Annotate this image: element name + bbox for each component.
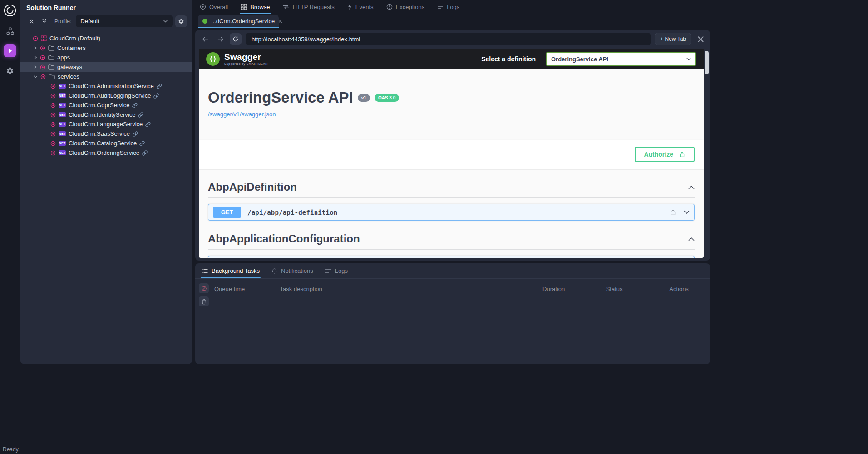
tab-label: Exceptions <box>396 4 425 10</box>
tab-http-requests[interactable]: HTTP Requests <box>283 0 335 14</box>
tab-label: Overall <box>209 4 228 10</box>
dotnet-badge: NET <box>59 131 66 136</box>
tasks-side-toolbar <box>199 283 209 306</box>
bell-icon <box>271 268 277 274</box>
new-tab-button[interactable]: + New Tab <box>655 33 691 45</box>
browser-tab[interactable]: ...dCrm.OrderingService <box>198 15 279 28</box>
tree-item-service[interactable]: NET CloudCrm.LanguageService <box>20 119 192 129</box>
expand-all-icon[interactable] <box>39 16 49 26</box>
spec-link[interactable]: /swagger/v1/swagger.json <box>208 111 276 118</box>
scrollbar-track[interactable] <box>705 50 709 257</box>
link-icon <box>138 112 143 118</box>
profile-select[interactable]: Default <box>76 15 173 27</box>
chevron-right-icon <box>34 46 37 50</box>
link-icon <box>132 103 138 108</box>
status-ring-icon <box>50 131 56 137</box>
tree-item-label: CloudCrm.IdentityService <box>69 111 135 118</box>
swagger-ui: Swagger Supported by SMARTBEAR Select a … <box>199 49 704 258</box>
column-queue-time: Queue time <box>214 286 280 292</box>
column-actions: Actions <box>669 286 710 292</box>
chevron-down-icon <box>163 20 168 23</box>
operation-row[interactable]: GET /api/abp/application-configuration <box>208 256 695 258</box>
swagger-favicon <box>202 19 207 24</box>
definition-select[interactable]: OrderingService API <box>546 52 696 66</box>
settings-icon[interactable] <box>4 64 16 77</box>
tree-item-label: CloudCrm.CatalogService <box>69 140 137 147</box>
status-ring-icon <box>40 74 46 79</box>
solution-tree: CloudCrm (Default) Containers apps gatew… <box>20 31 192 158</box>
tree-item-gateways[interactable]: gateways <box>20 62 192 72</box>
tree-item-apps[interactable]: apps <box>20 53 192 62</box>
tab-notifications[interactable]: Notifications <box>271 263 313 278</box>
status-ring-icon <box>40 55 45 60</box>
dotnet-badge: NET <box>59 150 66 155</box>
operation-row[interactable]: GET /api/abp/api-definition <box>208 204 695 221</box>
browser-tab-title: ...dCrm.OrderingService <box>211 18 275 25</box>
link-icon <box>153 93 159 99</box>
back-icon[interactable] <box>200 34 211 44</box>
lock-icon[interactable] <box>670 209 676 216</box>
solution-runner-panel: Solution Runner Profile: Default <box>20 0 192 364</box>
tab-overall[interactable]: Overall <box>200 0 228 14</box>
chevron-down-icon[interactable] <box>684 210 690 214</box>
url-input[interactable]: http://localhost:44359/swagger/index.htm… <box>246 33 651 45</box>
section-abp-api-definition[interactable]: AbpApiDefinition <box>208 181 695 198</box>
solution-explorer-icon[interactable] <box>4 25 16 37</box>
authorize-button[interactable]: Authorize <box>635 147 695 162</box>
link-icon <box>139 141 145 146</box>
sidebar-toolbar: Profile: Default <box>20 12 192 31</box>
tree-item-label: Containers <box>57 44 86 51</box>
status-ring-icon <box>40 45 45 51</box>
tree-item-service[interactable]: NET CloudCrm.CatalogService <box>20 138 192 148</box>
tree-item-containers[interactable]: Containers <box>20 43 192 53</box>
exceptions-icon <box>386 4 393 10</box>
swagger-topbar: Swagger Supported by SMARTBEAR Select a … <box>199 49 704 69</box>
profile-settings-button[interactable] <box>175 15 187 27</box>
link-icon <box>157 84 162 89</box>
tab-browse[interactable]: Browse <box>241 0 270 14</box>
browser-toolbar: http://localhost:44359/swagger/index.htm… <box>195 30 710 48</box>
status-ring-icon <box>50 122 56 127</box>
tab-logs[interactable]: Logs <box>437 0 459 14</box>
tree-item-service[interactable]: NET CloudCrm.AdministrationService <box>20 81 192 91</box>
tree-item-label: CloudCrm.AdministrationService <box>69 83 154 89</box>
tree-item-solution[interactable]: CloudCrm (Default) <box>20 34 192 43</box>
chevron-right-icon <box>34 55 37 59</box>
status-ring-icon <box>50 93 56 99</box>
solution-runner-icon[interactable] <box>4 44 16 57</box>
tab-events[interactable]: Events <box>347 0 374 14</box>
trash-icon[interactable] <box>199 296 209 306</box>
tasks-table-header: Queue time Task description Duration Sta… <box>195 281 710 296</box>
scrollbar-thumb[interactable] <box>705 51 709 74</box>
tree-item-label: apps <box>57 54 70 61</box>
forward-icon[interactable] <box>215 34 226 44</box>
close-icon[interactable] <box>278 19 282 23</box>
tree-item-service[interactable]: NET CloudCrm.SaasService <box>20 129 192 138</box>
tab-background-tasks[interactable]: Background Tasks <box>202 263 260 278</box>
tree-item-service[interactable]: NET CloudCrm.GdprService <box>20 100 192 110</box>
section-abp-application-configuration[interactable]: AbpApplicationConfiguration <box>208 232 695 250</box>
api-title: OrderingService API <box>208 89 353 106</box>
browse-icon <box>241 4 247 10</box>
tab-label: Browse <box>250 4 270 10</box>
status-ring-icon <box>50 141 56 146</box>
devtools-icon[interactable] <box>695 34 705 44</box>
section-title: AbpApplicationConfiguration <box>208 232 360 245</box>
tree-item-service[interactable]: NET CloudCrm.AuditLoggingService <box>20 91 192 100</box>
tab-label: Events <box>355 4 374 10</box>
status-ring-icon <box>50 150 56 156</box>
tab-exceptions[interactable]: Exceptions <box>386 0 425 14</box>
tab-bottom-logs[interactable]: Logs <box>325 263 348 278</box>
solution-grid-icon <box>41 35 47 41</box>
tree-item-service[interactable]: NET CloudCrm.OrderingService <box>20 148 192 158</box>
panel-title: Solution Runner <box>20 0 192 12</box>
tab-label: Background Tasks <box>212 267 260 274</box>
main-tab-bar: Overall Browse HTTP Requests Events Exce… <box>200 0 459 14</box>
dotnet-badge: NET <box>59 103 66 108</box>
cancel-tasks-icon[interactable] <box>199 283 209 293</box>
tree-item-service[interactable]: NET CloudCrm.IdentityService <box>20 110 192 119</box>
refresh-icon[interactable] <box>230 33 242 45</box>
tree-item-services[interactable]: services <box>20 72 192 81</box>
collapse-all-icon[interactable] <box>26 16 36 26</box>
dotnet-badge: NET <box>59 122 66 127</box>
